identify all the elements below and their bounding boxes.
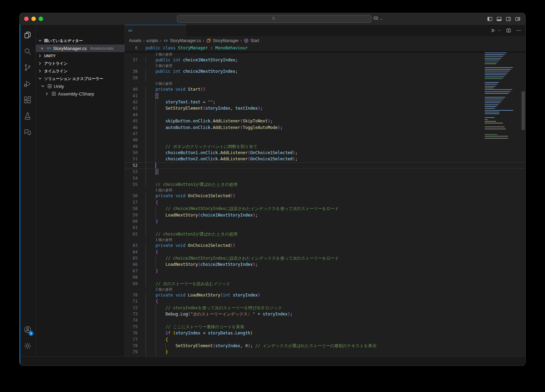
toggle-secondary-sidebar-button[interactable] (506, 16, 511, 22)
code-line-65[interactable]: 65 // choice2NextStoryIndexに設定されたインデックスを… (125, 255, 525, 261)
line-number[interactable]: 65 (125, 255, 138, 261)
line-number[interactable]: 74 (125, 317, 138, 323)
codelens-reference[interactable]: 1 個の参照 (125, 237, 525, 242)
code-line-70[interactable]: 70 private void LoadNextStory(int storyI… (125, 292, 525, 298)
activity-bar-search[interactable] (20, 44, 36, 60)
line-number[interactable]: 37 (125, 57, 138, 63)
close-editor-icon[interactable]: × (39, 46, 45, 51)
line-number[interactable]: 42 (125, 99, 138, 105)
copilot-menu[interactable] (373, 16, 383, 22)
breadcrumb-item-Start[interactable]: Start (244, 38, 259, 43)
code-line-68[interactable]: 68 (125, 274, 525, 280)
code-line-77[interactable]: 77 { (125, 336, 525, 343)
code-line-72[interactable]: 72 // storyIndexを使って次のストーリーを呼び出すロジック (125, 305, 525, 311)
activity-bar-comments[interactable] (20, 125, 36, 141)
code-line-44[interactable]: 44 (125, 112, 525, 118)
line-number[interactable]: 80 (125, 355, 138, 356)
line-number[interactable]: 79 (125, 349, 138, 355)
customize-layout-button[interactable] (515, 16, 521, 22)
code-line-76[interactable]: 76 if (storyIndex < storyDatas.Length) (125, 330, 525, 336)
line-number[interactable]: 41 (125, 93, 138, 99)
line-number[interactable]: 72 (125, 305, 138, 311)
line-number[interactable]: 48 (125, 137, 138, 143)
codelens-reference[interactable]: 1 個の参照 (125, 188, 525, 193)
code-line-67[interactable]: 67 } (125, 268, 525, 274)
breadcrumb-item-Assets[interactable]: Assets (129, 38, 141, 43)
sidebar-section-ソリューション エクスプローラー[interactable]: ソリューション エクスプローラー (36, 75, 125, 82)
breadcrumb-item-scripts[interactable]: scripts (146, 38, 158, 43)
code-line-63[interactable]: 63 private void OnChoice2Selected() (125, 242, 525, 249)
line-number[interactable]: 53 (125, 169, 138, 175)
line-number[interactable]: 56 (125, 193, 138, 199)
close-window-button[interactable] (24, 17, 29, 21)
line-number[interactable]: 58 (125, 205, 138, 212)
toggle-panel-button[interactable] (496, 16, 502, 22)
code-line-80[interactable]: 80 else (125, 355, 525, 356)
toggle-primary-sidebar-button[interactable] (487, 16, 493, 22)
breadcrumb-item-StoryManager[interactable]: StoryManager (206, 38, 239, 43)
code-line-57[interactable]: 57 { (125, 199, 525, 205)
minimap[interactable] (482, 45, 521, 356)
code-line-73[interactable]: 73 Debug.Log("次のストーリーインデックス: " + storyIn… (125, 311, 525, 317)
code-line-71[interactable]: 71 { (125, 298, 525, 304)
code-line-74[interactable]: 74 (125, 317, 525, 323)
sidebar-section-UNITY[interactable]: UNITY (36, 52, 125, 60)
line-number[interactable]: 45 (125, 118, 138, 124)
code-line-69[interactable]: 69 // 次のストーリーを読み込むメソッド (125, 281, 525, 287)
code-line-51[interactable]: 51 choiceButton2.onClick.AddListener(OnC… (125, 156, 525, 162)
code-line-61[interactable]: 61 (125, 224, 525, 231)
line-number[interactable]: 76 (125, 330, 138, 336)
line-number[interactable]: 52 (125, 162, 138, 169)
line-number[interactable]: 54 (125, 175, 138, 181)
code-line-78[interactable]: 78 SetStoryElement(storyIndex, 0); // イン… (125, 343, 525, 349)
code-line-48[interactable]: 48 (125, 137, 525, 143)
activity-bar-run-debug[interactable] (20, 76, 36, 92)
line-number[interactable]: 50 (125, 150, 138, 156)
line-number[interactable]: 78 (125, 343, 138, 349)
line-number[interactable]: 43 (125, 105, 138, 111)
code-line-66[interactable]: 66 LoadNextStory(choice2NextStoryIndex); (125, 261, 525, 268)
line-number[interactable]: 62 (125, 231, 138, 237)
code-line-53[interactable]: 53 } (125, 169, 525, 175)
code-line-60[interactable]: 60 } (125, 218, 525, 224)
code-editor[interactable]: 6public class StoryManager : MonoBehavio… (125, 45, 525, 356)
code-line-79[interactable]: 79 } (125, 349, 525, 355)
activity-bar-accounts[interactable]: 1 (20, 322, 36, 338)
code-line-42[interactable]: 42 storyText.text = ""; (125, 99, 525, 105)
tree-item-Unity[interactable]: Unity (36, 82, 125, 90)
codelens-reference[interactable]: 2 個の参照 (125, 287, 525, 292)
code-line-43[interactable]: 43 SetStoryElement(storyIndex, textIndex… (125, 105, 525, 111)
code-line-38[interactable]: 38 public int choice2NextStoryIndex; (125, 68, 525, 74)
line-number[interactable]: 67 (125, 268, 138, 274)
open-editor-item[interactable]: ×C#StoryManager.csAssets/scripts (36, 44, 125, 52)
scrollbar-thumb[interactable] (522, 91, 525, 130)
line-number[interactable]: 68 (125, 274, 138, 280)
activity-bar-settings[interactable] (20, 338, 36, 354)
tab-storymanager[interactable]: C# (125, 25, 186, 36)
activity-bar-explorer[interactable] (20, 28, 36, 44)
line-number[interactable]: 55 (125, 181, 138, 188)
activity-bar-testing[interactable] (20, 109, 36, 125)
minimize-window-button[interactable] (31, 17, 36, 21)
run-button[interactable] (490, 28, 496, 33)
line-number[interactable]: 46 (125, 124, 138, 131)
line-number[interactable]: 39 (125, 75, 138, 81)
sidebar-section-開いているエディター[interactable]: 開いているエディター (36, 37, 125, 44)
tree-item-Assembly-CSharp[interactable]: Assembly-CSharp (36, 90, 125, 98)
code-line-46[interactable]: 46 autoButton.onClick.AddListener(Toggle… (125, 124, 525, 131)
code-line-50[interactable]: 50 choiceButton1.onClick.AddListener(OnC… (125, 150, 525, 156)
editor-scrollbar[interactable] (521, 45, 525, 356)
code-line-62[interactable]: 62 // choiceButton2が選ばれたときの処理 (125, 231, 525, 237)
line-number[interactable]: 70 (125, 292, 138, 298)
line-number[interactable]: 40 (125, 86, 138, 92)
breadcrumb-item-StoryManager.cs[interactable]: C#StoryManager.cs (163, 38, 201, 43)
code-line-39[interactable]: 39 (125, 75, 525, 81)
code-line-56[interactable]: 56 private void OnChoice1Selected() (125, 193, 525, 199)
line-number[interactable]: 60 (125, 218, 138, 224)
line-number[interactable]: 47 (125, 131, 138, 137)
activity-bar-extensions[interactable] (20, 92, 36, 109)
line-number[interactable]: 38 (125, 68, 138, 74)
line-number[interactable]: 73 (125, 311, 138, 317)
sidebar-section-アウトライン[interactable]: アウトライン (36, 60, 125, 67)
line-number[interactable]: 71 (125, 298, 138, 304)
